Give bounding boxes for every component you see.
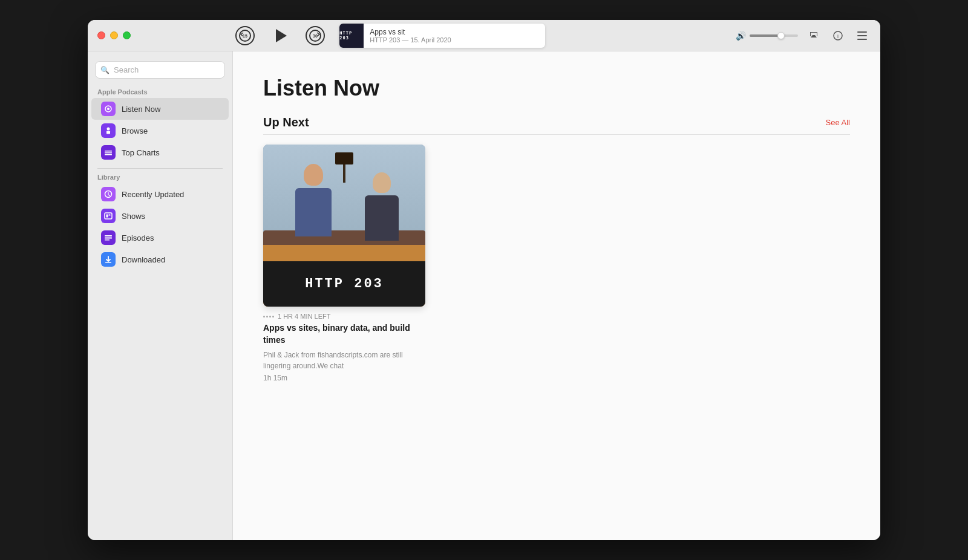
svg-rect-12 [106,131,110,134]
skip-back-button[interactable]: 15 [235,26,255,45]
svg-rect-14 [105,152,112,154]
info-button[interactable]: i [829,27,846,44]
skip-forward-button[interactable]: 30 [306,26,325,45]
sidebar-item-browse[interactable]: Browse [91,120,229,142]
listen-now-icon [101,102,116,116]
sidebar: 🔍 Apple Podcasts Listen Now [88,51,233,540]
search-box: 🔍 [95,61,225,79]
recently-updated-icon [101,187,116,201]
episode-badge-bar: HTTP 203 [263,261,425,307]
titlebar: 15 30 HTTP 203 [88,20,880,51]
svg-rect-19 [109,215,111,216]
svg-rect-23 [105,262,111,263]
sidebar-item-top-charts[interactable]: Top Charts [91,142,229,163]
episode-title: Apps vs sites, binary data, and build ti… [263,322,425,346]
now-playing-title: Apps vs sit [370,28,451,36]
top-charts-label: Top Charts [122,148,160,157]
svg-rect-6 [857,31,867,33]
svg-point-10 [107,108,110,110]
svg-rect-8 [857,39,867,40]
listen-now-label: Listen Now [122,105,160,114]
playback-controls: 15 30 HTTP 203 [235,24,545,48]
sidebar-divider-1 [97,168,223,169]
volume-knob[interactable] [777,32,785,39]
episodes-icon [101,230,116,245]
play-button[interactable] [269,25,291,47]
svg-rect-7 [857,35,867,36]
sidebar-item-downloaded[interactable]: Downloaded [91,249,229,270]
close-button[interactable] [97,31,105,39]
sidebar-item-listen-now[interactable]: Listen Now [91,98,229,120]
maximize-button[interactable] [123,31,131,39]
now-playing-thumbnail: HTTP 203 [339,24,364,48]
traffic-lights [97,31,131,39]
svg-rect-20 [105,235,112,236]
main-area: 🔍 Apple Podcasts Listen Now [88,51,880,540]
shows-icon [101,209,116,223]
time-dots [263,316,274,317]
play-icon [276,29,287,42]
downloaded-label: Downloaded [122,255,165,264]
svg-rect-18 [106,215,108,218]
svg-point-11 [107,128,110,131]
downloaded-icon [101,252,116,267]
svg-rect-17 [105,213,112,219]
episode-time-left: 1 HR 4 MIN LEFT [263,313,425,320]
up-next-title: Up Next [263,116,309,129]
titlebar-right-controls: 🔊 i [736,27,871,44]
sidebar-item-episodes[interactable]: Episodes [91,227,229,249]
sidebar-item-recently-updated[interactable]: Recently Updated [91,183,229,205]
volume-control: 🔊 [736,31,798,41]
volume-slider[interactable] [750,34,798,37]
library-section-label: Library [88,174,232,183]
menu-button[interactable] [854,27,871,44]
content-area: Listen Now Up Next See All [233,51,880,540]
episode-meta: 1 HR 4 MIN LEFT Apps vs sites, binary da… [263,313,425,382]
airplay-button[interactable] [805,27,822,44]
top-charts-icon [101,145,116,160]
svg-text:i: i [837,33,839,39]
episode-badge-text: HTTP 203 [305,276,384,291]
svg-rect-21 [105,238,112,239]
now-playing-subtitle: HTTP 203 — 15. April 2020 [370,36,451,44]
sidebar-item-shows[interactable]: Shows [91,205,229,227]
svg-rect-13 [105,151,112,152]
now-playing-card[interactable]: HTTP 203 Apps vs sit HTTP 203 — 15. Apri… [339,24,545,48]
shows-label: Shows [122,212,145,221]
search-icon: 🔍 [100,66,110,74]
recently-updated-label: Recently Updated [122,190,184,199]
search-input[interactable] [95,61,225,79]
svg-rect-15 [105,154,112,155]
see-all-button[interactable]: See All [826,118,850,127]
episode-duration: 1h 15m [263,374,425,382]
episode-card[interactable]: HTTP 203 1 HR 4 MIN LEFT Ap [263,145,425,382]
browse-icon [101,123,116,138]
page-title: Listen Now [263,76,850,101]
svg-rect-22 [105,239,110,241]
apple-podcasts-section-label: Apple Podcasts [88,88,232,98]
episode-thumbnail: HTTP 203 [263,145,425,307]
episode-description: Phil & Jack from fishandscripts.com are … [263,350,425,371]
browse-label: Browse [122,126,148,135]
volume-icon: 🔊 [736,31,746,41]
app-window: 15 30 HTTP 203 [88,20,880,540]
episodes-label: Episodes [122,233,154,243]
minimize-button[interactable] [110,31,118,39]
up-next-section-header: Up Next See All [263,116,850,135]
now-playing-info: Apps vs sit HTTP 203 — 15. April 2020 [364,28,457,44]
episode-image: HTTP 203 [263,145,425,307]
volume-fill [750,34,779,37]
